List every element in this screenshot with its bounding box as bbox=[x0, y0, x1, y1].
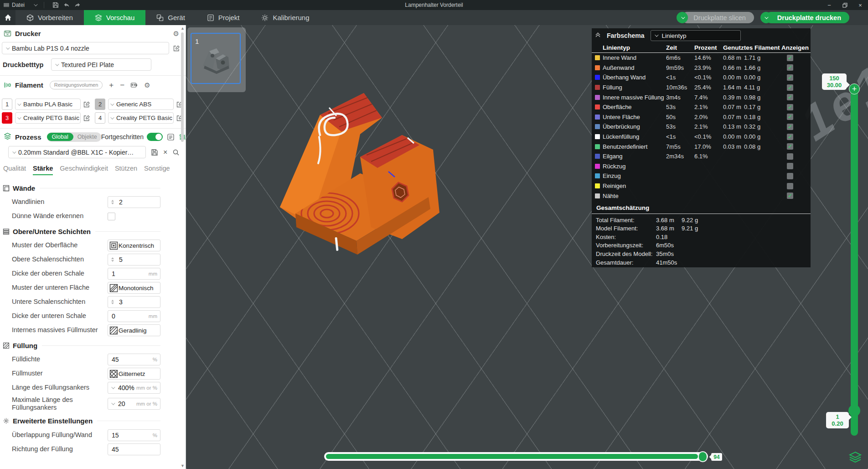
printer-select[interactable]: Bambu Lab P1S 0.4 nozzle bbox=[2, 42, 169, 54]
collapse-panel-icon[interactable] bbox=[596, 33, 599, 38]
show-checkbox[interactable]: ✓ bbox=[787, 134, 793, 140]
scroll-up-arrow[interactable]: ▲ bbox=[181, 26, 185, 31]
show-checkbox[interactable]: ✓ bbox=[787, 104, 793, 110]
layer-slider-bottom-handle[interactable] bbox=[848, 405, 860, 417]
layers-icon[interactable] bbox=[848, 450, 863, 465]
show-checkbox[interactable] bbox=[787, 153, 793, 160]
filament-select[interactable]: Creality PETG Basic bbox=[108, 112, 174, 124]
move-slider-track[interactable] bbox=[324, 452, 708, 461]
tab-vorbereiten[interactable]: Vorbereiten bbox=[16, 10, 84, 25]
settings-scrollbar[interactable]: ▲ ▼ bbox=[180, 25, 185, 469]
filament-select[interactable]: Bambu PLA Basic bbox=[15, 99, 81, 110]
spinner-arrows-icon[interactable] bbox=[108, 300, 117, 304]
search-preset-icon[interactable] bbox=[172, 149, 180, 156]
value-select[interactable]: 400%mm or % bbox=[108, 382, 160, 394]
plate-thumbnail[interactable]: 1 bbox=[187, 27, 246, 92]
scope-objects[interactable]: Objekte bbox=[73, 133, 101, 141]
show-checkbox[interactable]: ✓ bbox=[787, 114, 793, 120]
edit-filament-icon[interactable] bbox=[83, 115, 90, 122]
process-tab-sonstige[interactable]: Sonstige bbox=[144, 165, 170, 175]
pattern-select[interactable]: Monotonisch bbox=[108, 282, 160, 294]
show-checkbox[interactable] bbox=[787, 173, 793, 179]
add-filament-button[interactable]: + bbox=[109, 81, 114, 89]
remove-filament-button[interactable]: − bbox=[120, 81, 124, 89]
save-preset-icon[interactable] bbox=[151, 149, 158, 156]
slice-plate-button[interactable]: Druckplatte slicen bbox=[682, 12, 754, 23]
show-checkbox[interactable]: ✓ bbox=[787, 193, 793, 199]
tab-projekt[interactable]: Projekt bbox=[196, 10, 251, 25]
show-checkbox[interactable]: ✓ bbox=[787, 64, 793, 71]
scroll-down-arrow[interactable]: ▼ bbox=[181, 464, 185, 468]
advanced-toggle[interactable] bbox=[147, 133, 163, 141]
filament-number-badge[interactable]: 2 bbox=[95, 99, 105, 110]
checkbox[interactable] bbox=[108, 213, 115, 220]
show-checkbox[interactable]: ✓ bbox=[787, 55, 793, 61]
delete-preset-icon[interactable]: × bbox=[163, 148, 167, 156]
sliced-model-render[interactable] bbox=[252, 77, 452, 264]
bed-type-select[interactable]: Textured PEI Plate bbox=[51, 58, 151, 71]
preview-3d-viewport[interactable]: 1e10 bbox=[186, 25, 868, 469]
show-checkbox[interactable]: ✓ bbox=[787, 94, 793, 100]
tab-vorschau[interactable]: Vorschau bbox=[84, 10, 146, 25]
filament-select[interactable]: Generic ABS bbox=[108, 99, 174, 110]
tab-gerät[interactable]: Gerät bbox=[145, 10, 196, 25]
home-button[interactable] bbox=[0, 10, 16, 25]
save-icon[interactable] bbox=[52, 1, 60, 9]
spinner-arrows-icon[interactable] bbox=[108, 257, 117, 262]
preset-list-icon[interactable] bbox=[167, 133, 175, 141]
process-tab-stützen[interactable]: Stützen bbox=[115, 165, 137, 175]
line-type-label: Innere massive Füllung bbox=[603, 94, 666, 101]
pattern-select[interactable]: Gitternetz bbox=[108, 368, 160, 380]
edit-filament-icon[interactable] bbox=[83, 101, 90, 108]
undo-icon[interactable] bbox=[62, 1, 71, 9]
spinner-arrows-icon[interactable] bbox=[108, 200, 117, 204]
restore-button[interactable] bbox=[837, 0, 852, 10]
file-menu[interactable]: Datei bbox=[12, 2, 25, 8]
flush-volumes-button[interactable]: Reinigungsvolumen bbox=[50, 81, 103, 89]
process-tab-stärke[interactable]: Stärke bbox=[33, 165, 53, 175]
filament-number-badge[interactable]: 4 bbox=[95, 112, 105, 124]
redo-icon[interactable] bbox=[73, 1, 82, 9]
chevron-down-icon[interactable] bbox=[34, 2, 37, 6]
show-checkbox[interactable] bbox=[787, 163, 793, 169]
value-input[interactable]: 45 bbox=[108, 443, 160, 455]
filament-select[interactable]: Creality PETG Basic bbox=[15, 112, 81, 124]
show-checkbox[interactable]: ✓ bbox=[787, 84, 793, 91]
minimize-button[interactable]: − bbox=[822, 0, 837, 10]
show-checkbox[interactable]: ✓ bbox=[787, 143, 793, 150]
show-checkbox[interactable] bbox=[787, 183, 793, 189]
show-checkbox[interactable]: ✓ bbox=[787, 124, 793, 130]
filament-number-badge[interactable]: 3 bbox=[2, 112, 12, 124]
show-checkbox[interactable]: ✓ bbox=[787, 74, 793, 81]
pattern-select[interactable]: Geradlinig bbox=[108, 324, 160, 336]
ams-sync-icon[interactable] bbox=[130, 81, 138, 89]
filament-settings-gear-icon[interactable]: ⚙ bbox=[144, 82, 150, 89]
scrollbar-thumb[interactable] bbox=[181, 32, 184, 142]
view-mode-select[interactable]: Linientyp bbox=[651, 30, 741, 41]
scope-global[interactable]: Global bbox=[47, 133, 73, 141]
number-stepper[interactable]: 3 bbox=[108, 296, 160, 308]
scope-toggle[interactable]: Global Objekte bbox=[47, 132, 101, 142]
number-stepper[interactable]: 2 bbox=[108, 196, 160, 208]
process-tab-qualität[interactable]: Qualität bbox=[3, 165, 26, 175]
tab-kalibrierung[interactable]: Kalibrierung bbox=[250, 10, 320, 25]
edit-printer-icon[interactable] bbox=[173, 45, 180, 52]
value-input[interactable]: 1mm bbox=[108, 268, 160, 280]
printer-settings-gear-icon[interactable]: ⚙ bbox=[173, 30, 179, 37]
close-button[interactable]: × bbox=[852, 0, 868, 10]
layer-slider-track[interactable] bbox=[851, 89, 858, 436]
value-input[interactable]: 0mm bbox=[108, 310, 160, 322]
print-options-chevron[interactable] bbox=[760, 12, 772, 23]
value-input[interactable]: 45% bbox=[108, 354, 160, 365]
print-plate-button[interactable]: Druckplatte drucken bbox=[765, 12, 849, 23]
filament-number-badge[interactable]: 1 bbox=[2, 99, 12, 110]
pattern-select[interactable]: Konzentrisch bbox=[108, 240, 160, 251]
value-input[interactable]: 15% bbox=[108, 429, 160, 441]
process-tab-geschwindigkeit[interactable]: Geschwindigkeit bbox=[60, 165, 108, 175]
move-slider-handle[interactable] bbox=[698, 451, 708, 462]
layer-slider-top-handle[interactable]: + bbox=[849, 83, 860, 94]
number-stepper[interactable]: 5 bbox=[108, 254, 160, 266]
value-select[interactable]: 20mm or % bbox=[108, 398, 160, 410]
process-preset-select[interactable]: 0.20mm Standard @BBL X1C - Kopier… bbox=[8, 146, 146, 158]
hamburger-menu-icon[interactable] bbox=[4, 3, 9, 7]
